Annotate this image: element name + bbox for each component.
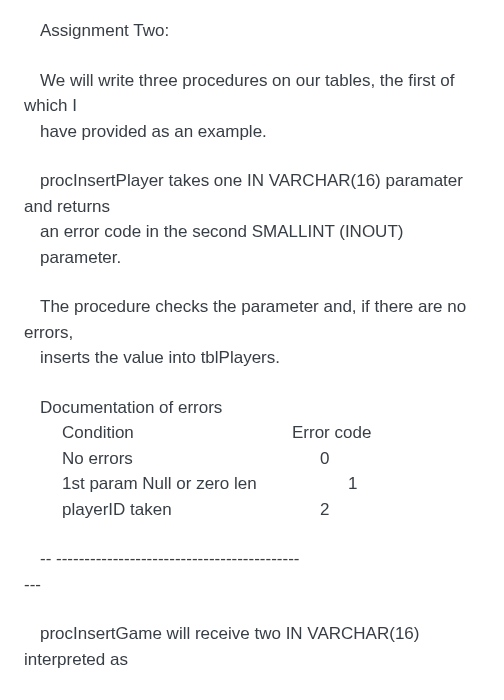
cond-0: No errors	[62, 446, 292, 472]
cond-2: playerID taken	[62, 497, 292, 523]
doc-heading: Documentation of errors	[24, 395, 480, 421]
code-1: 1	[292, 471, 357, 497]
error-row-0: No errors 0	[24, 446, 480, 472]
assignment-title: Assignment Two:	[24, 18, 480, 44]
code-0: 0	[292, 446, 329, 472]
code-2: 2	[292, 497, 329, 523]
cond-1: 1st param Null or zero len	[62, 471, 292, 497]
error-documentation: Documentation of errors Condition Error …	[24, 395, 480, 523]
header-condition: Condition	[62, 420, 292, 446]
header-error-code: Error code	[292, 420, 371, 446]
p1-line-a: procInsertPlayer takes one IN VARCHAR(16…	[24, 168, 480, 219]
error-row-2: playerID taken 2	[24, 497, 480, 523]
proc-insert-game-paragraph: procInsertGame will receive two IN VARCH…	[24, 621, 480, 672]
proc-insert-player-paragraph: procInsertPlayer takes one IN VARCHAR(16…	[24, 168, 480, 270]
divider-b: ---	[24, 572, 480, 598]
error-table-header: Condition Error code	[24, 420, 480, 446]
p1-line-b: an error code in the second SMALLINT (IN…	[24, 219, 480, 270]
p2-line-b: inserts the value into tblPlayers.	[24, 345, 480, 371]
intro-paragraph: We will write three procedures on our ta…	[24, 68, 480, 145]
p2-line-a: The procedure checks the parameter and, …	[24, 294, 480, 345]
divider: -- -------------------------------------…	[24, 546, 480, 597]
proc-check-paragraph: The procedure checks the parameter and, …	[24, 294, 480, 371]
intro-line-a: We will write three procedures on our ta…	[24, 68, 480, 119]
error-row-1: 1st param Null or zero len 1	[24, 471, 480, 497]
divider-a: -- -------------------------------------…	[24, 546, 480, 572]
intro-line-b: have provided as an example.	[24, 119, 480, 145]
final-a: procInsertGame will receive two IN VARCH…	[24, 621, 480, 672]
